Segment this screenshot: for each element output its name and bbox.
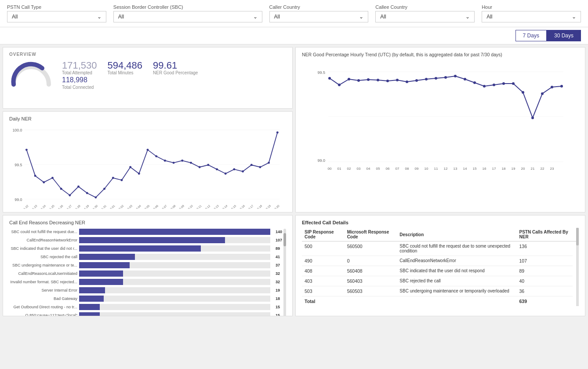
table-row: 403 560403 SBC rejected the call 40 — [302, 276, 579, 286]
seven-days-button[interactable]: 7 Days — [515, 30, 547, 41]
daily-ner-svg: 100.0 99.5 99.0 — [9, 123, 286, 209]
svg-text:2020-01-22: 2020-01-22 — [17, 204, 29, 209]
svg-text:20: 20 — [521, 167, 525, 171]
svg-text:00: 00 — [328, 167, 332, 171]
svg-point-7 — [348, 78, 350, 80]
svg-point-67 — [86, 192, 88, 194]
sbc-filter: Session Border Controller (SBC) All ⌄ — [113, 4, 262, 22]
svg-text:09: 09 — [415, 167, 419, 171]
ner-trend-svg: 99.5 99.0 — [302, 61, 579, 179]
table-row: 503 560503 SBC undergoing maintenance or… — [302, 286, 579, 296]
svg-point-71 — [120, 179, 123, 181]
svg-point-27 — [541, 92, 544, 95]
svg-point-10 — [377, 79, 379, 81]
table-row: 408 560408 SBC indicated that the user d… — [302, 266, 579, 276]
callee-country-select[interactable]: All ⌄ — [375, 11, 475, 22]
svg-text:15: 15 — [473, 167, 477, 171]
table-total-row: Total 639 — [302, 296, 579, 307]
svg-text:10: 10 — [425, 167, 428, 171]
svg-point-18 — [454, 75, 457, 77]
svg-point-16 — [435, 77, 437, 80]
chevron-down-icon: ⌄ — [359, 14, 363, 20]
svg-point-21 — [483, 85, 486, 88]
pstn-call-type-select[interactable]: All ⌄ — [7, 11, 106, 22]
effected-calls-table: SIP Response Code Microsoft Response Cod… — [302, 228, 579, 306]
caller-country-label: Caller Country — [269, 4, 369, 10]
svg-point-80 — [199, 166, 201, 168]
svg-text:05: 05 — [376, 167, 380, 171]
svg-point-89 — [276, 132, 279, 134]
svg-point-85 — [242, 170, 244, 172]
svg-text:04: 04 — [367, 167, 370, 171]
svg-text:99.5: 99.5 — [317, 70, 325, 75]
svg-point-29 — [560, 85, 563, 88]
time-selector: 7 Days 30 Days — [0, 27, 588, 44]
ner-trend-panel: NER Good Percentage Hourly Trend (UTC) (… — [295, 47, 585, 212]
hour-select[interactable]: All ⌄ — [482, 11, 581, 22]
svg-point-60 — [25, 149, 28, 151]
svg-text:18: 18 — [502, 167, 506, 171]
total-attempted-value: 171,530 — [62, 61, 97, 70]
total-minutes-value: 594,486 — [108, 61, 143, 70]
svg-point-17 — [444, 76, 447, 79]
svg-text:99.0: 99.0 — [317, 158, 325, 163]
svg-point-14 — [415, 79, 418, 82]
bar-row: Server Internal Error 19 — [9, 287, 286, 293]
svg-point-77 — [173, 162, 175, 164]
hour-filter: Hour All ⌄ — [482, 4, 581, 22]
svg-point-63 — [51, 177, 54, 179]
ner-good-stat: 99.61 NER Good Percentage — [153, 61, 198, 75]
hour-label: Hour — [482, 4, 581, 10]
svg-text:100.0: 100.0 — [12, 128, 22, 132]
thirty-days-button[interactable]: 30 Days — [547, 30, 581, 41]
svg-text:23: 23 — [550, 167, 554, 171]
sbc-select[interactable]: All ⌄ — [113, 11, 262, 22]
svg-point-13 — [406, 80, 408, 83]
bar-row: CallEndReasonLocalUserInitiated 32 — [9, 270, 286, 277]
svg-point-73 — [138, 172, 140, 175]
ner-good-label: NER Good Percentage — [153, 70, 198, 75]
svg-point-20 — [473, 81, 476, 84]
svg-text:07: 07 — [396, 167, 399, 171]
overview-title: OVERVIEW — [9, 52, 286, 57]
svg-text:17: 17 — [492, 167, 496, 171]
svg-point-11 — [386, 80, 389, 82]
svg-point-12 — [396, 79, 399, 81]
gauge-chart — [9, 60, 53, 90]
svg-text:11: 11 — [434, 167, 438, 171]
svg-text:03: 03 — [357, 167, 361, 171]
svg-point-23 — [502, 82, 505, 85]
svg-point-87 — [259, 166, 261, 168]
svg-text:19: 19 — [512, 167, 515, 171]
bar-row: SBC undergoing maintenance or te... 37 — [9, 262, 286, 268]
ner-trend-chart: 99.5 99.0 — [302, 61, 579, 181]
svg-point-15 — [425, 78, 428, 80]
col-desc: Description — [397, 228, 516, 241]
svg-text:16: 16 — [483, 167, 486, 171]
chevron-down-icon: ⌄ — [253, 14, 258, 20]
chevron-down-icon: ⌄ — [572, 14, 576, 20]
svg-point-88 — [268, 162, 270, 164]
svg-text:99.5: 99.5 — [15, 163, 22, 167]
effected-calls-panel: Effected Call Details SIP Response Code … — [295, 215, 585, 316]
caller-country-select[interactable]: All ⌄ — [269, 11, 369, 22]
sbc-label: Session Border Controller (SBC) — [113, 4, 262, 10]
svg-point-70 — [112, 177, 114, 179]
bar-row: SBC indicated that the user did not r...… — [9, 245, 286, 252]
callee-country-filter: Callee Country All ⌄ — [375, 4, 475, 22]
ner-good-value: 99.61 — [153, 61, 198, 70]
svg-point-75 — [155, 155, 157, 157]
total-connected-value: 118,998 — [62, 75, 97, 85]
bar-row: Get Outbound Direct routing - no tr... 1… — [9, 304, 286, 310]
svg-point-8 — [357, 79, 360, 82]
call-end-reasons-panel: Call End Reasons Decreasing NER SBC coul… — [3, 215, 293, 316]
svg-point-9 — [367, 78, 370, 81]
svg-point-84 — [233, 168, 235, 170]
svg-point-78 — [181, 160, 183, 162]
table-row: 490 0 CallEndReasonNetworkError 107 — [302, 256, 579, 266]
col-ms: Microsoft Response Code — [345, 228, 397, 241]
svg-point-83 — [225, 172, 227, 175]
svg-text:13: 13 — [454, 167, 457, 171]
overview-panel: OVERVIEW 171,530 Total Attempted 118,998… — [3, 47, 293, 109]
svg-point-81 — [207, 164, 209, 166]
